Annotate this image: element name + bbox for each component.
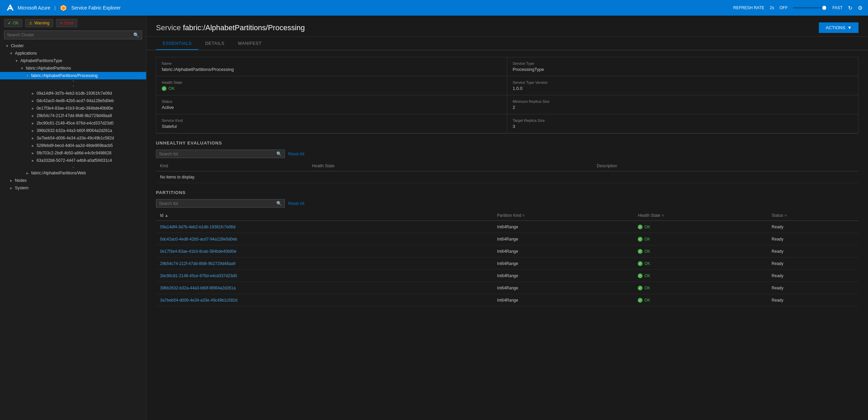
- refresh-rate-value: 2s: [770, 5, 774, 10]
- ok-icon: ✔: [8, 21, 11, 25]
- unhealthy-search-box: 🔍: [156, 150, 285, 158]
- health-ok-label: OK: [644, 249, 650, 254]
- partitions-reset-button[interactable]: Reset All: [288, 201, 304, 206]
- health-filter-icon: ▿: [662, 213, 664, 218]
- search-cluster-input[interactable]: [7, 33, 133, 37]
- partition-1-arrow-icon: ►: [31, 99, 35, 103]
- partition-id-link[interactable]: 29b54c74-212f-47dd-8fd6-9b2729d48aa9: [160, 261, 235, 266]
- partition-id-link[interactable]: 396b2632-b32a-44a3-b60f-8f064a2d261a: [160, 286, 236, 290]
- partition-id-link[interactable]: 09a14df4-3d7b-4eb2-b1db-19361fc7e06d: [160, 225, 235, 229]
- kind-filter-control[interactable]: Partition Kind ▿: [497, 213, 525, 218]
- tab-essentials[interactable]: ESSENTIALS: [156, 37, 198, 50]
- tab-manifest[interactable]: MANIFEST: [231, 37, 269, 50]
- partition-7-label: 528febd9-becd-4d04-aa2d-48de969bacb5: [37, 143, 113, 148]
- page-title: Service fabric:/AlphabetPartitions/Proce…: [156, 23, 305, 32]
- unhealthy-reset-button[interactable]: Reset All: [288, 152, 304, 156]
- settings-icon-btn[interactable]: ⚙: [858, 5, 863, 11]
- warning-filter-button[interactable]: ⚠ Warning: [25, 19, 53, 27]
- partition-kind-cell: Int64Range: [493, 294, 634, 306]
- health-ok-label: OK: [644, 298, 650, 303]
- partitions-search-input[interactable]: [159, 201, 276, 206]
- partition-id-link[interactable]: 2bc90c81-2148-45ce-976d-e4cd337d23d0: [160, 273, 237, 278]
- system-label: System: [15, 186, 28, 190]
- table-row: 0e17f3e4-83ae-41b3-8cab-384bde40b80e Int…: [156, 245, 859, 257]
- service-name: fabric:/AlphabetPartitions/Processing: [183, 23, 305, 32]
- partition-kind-cell: Int64Range: [493, 270, 634, 282]
- unhealthy-no-items: No items to display.: [156, 171, 859, 183]
- unhealthy-search-input[interactable]: [159, 152, 276, 156]
- sidebar-item-partition-5[interactable]: ► 396b2632-b32a-44a3-b60f-8f064a2d261a: [0, 127, 146, 134]
- tab-details[interactable]: DETAILS: [198, 37, 231, 50]
- service-kind-cell: Service Kind Stateful: [156, 114, 507, 133]
- sidebar-item-partition-4[interactable]: ► 2bc90c81-2148-45ce-976d-e4cd337d23d0: [0, 119, 146, 127]
- unhealthy-col-health: Health State: [308, 161, 593, 171]
- service-type-label: Service Type: [513, 61, 853, 65]
- partition-id-link[interactable]: 3a7beb54-d006-4e34-a33e-49c49b1c582d: [160, 298, 237, 303]
- nav-left: Microsoft Azure | Service Fabric Explore…: [5, 4, 121, 12]
- refresh-icon-btn[interactable]: ↻: [848, 5, 852, 11]
- sidebar-item-partition-3[interactable]: ► 29b54c74-212f-47dd-8fd6-9b2729d48aa9: [0, 112, 146, 119]
- refresh-slider[interactable]: [793, 7, 827, 8]
- table-row: 396b2632-b32a-44a3-b60f-8f064a2d261a Int…: [156, 282, 859, 294]
- sidebar-item-web[interactable]: ► fabric:/AlphabetPartitions/Web: [0, 169, 146, 177]
- nav-right: REFRESH RATE 2s OFF FAST ↻ ⚙: [733, 5, 863, 11]
- table-row: 3a7beb54-d006-4e34-a33e-49c49b1c582d Int…: [156, 294, 859, 306]
- search-cluster-icon: 🔍: [133, 32, 139, 38]
- refresh-rate-label: REFRESH RATE: [733, 5, 765, 10]
- sidebar-item-partition-9[interactable]: ► 63a332b8-5072-4447-a4b8-a0af5f4031c4: [0, 157, 146, 164]
- name-field-value: fabric:/AlphabetPartitions/Processing: [162, 67, 501, 72]
- partitions-table-header: Id ▲ Partition Kind ▿ Health State: [156, 210, 859, 221]
- service-prefix: Service: [156, 23, 181, 32]
- partition-8-label: 5fb703c2-2bdf-4b50-a86d-e4c9c9498628: [37, 151, 112, 155]
- expand-up2-control[interactable]: ⌃: [0, 84, 146, 90]
- sidebar-item-processing[interactable]: ▼ fabric:/AlphabetPartitions/Processing …: [0, 72, 146, 79]
- warning-icon: ⚠: [29, 21, 33, 25]
- sidebar-item-partition-1[interactable]: ► 0dc42ac0-4ed8-42b5-acd7-94a128e5d0eb: [0, 97, 146, 104]
- health-filter-control[interactable]: Health State ▿: [638, 213, 664, 218]
- ok-filter-button[interactable]: ✔ OK: [4, 19, 22, 27]
- sidebar-item-applications[interactable]: ▼ Applications: [0, 50, 146, 57]
- partition-2-label: 0e17f3e4-83ae-41b3-8cab-384bde40b80e: [37, 106, 113, 111]
- id-sort-control[interactable]: Id: [160, 213, 163, 218]
- health-ok-label: OK: [644, 261, 650, 266]
- essentials-grid: Name fabric:/AlphabetPartitions/Processi…: [156, 57, 859, 134]
- expand-up-control[interactable]: ⌃: [0, 79, 146, 84]
- partition-status-cell: Ready: [768, 270, 859, 282]
- processing-more-icon[interactable]: …: [138, 73, 142, 78]
- partition-1-label: 0dc42ac0-4ed8-42b5-acd7-94a128e5d0eb: [37, 98, 114, 103]
- sidebar-item-nodes[interactable]: ► Nodes: [0, 177, 146, 184]
- partition-status-cell: Ready: [768, 257, 859, 270]
- sidebar-item-partition-0[interactable]: ► 09a14df4-3d7b-4eb2-b1db-19361fc7e06d: [0, 90, 146, 97]
- unhealthy-evaluations-section: UNHEALTHY EVALUATIONS 🔍 Reset All Kind H…: [156, 140, 859, 183]
- sidebar-item-partition-6[interactable]: ► 3a7beb54-d006-4e34-a33e-49c49b1c582d: [0, 134, 146, 142]
- partitions-col-id[interactable]: Id ▲: [156, 210, 493, 221]
- unhealthy-title: UNHEALTHY EVALUATIONS: [156, 140, 859, 146]
- partition-id-link[interactable]: 0e17f3e4-83ae-41b3-8cab-384bde40b80e: [160, 249, 237, 254]
- expand-down-control[interactable]: ⌄: [0, 164, 146, 169]
- status-col-label: Status: [772, 213, 783, 218]
- sidebar-item-system[interactable]: ► System: [0, 184, 146, 192]
- sidebar-item-partition-7[interactable]: ► 528febd9-becd-4d04-aa2d-48de969bacb5: [0, 142, 146, 149]
- sidebar-item-alphabet-app[interactable]: ▼ fabric:/AlphabetPartitions: [0, 64, 146, 72]
- sidebar-item-cluster[interactable]: ▼ Cluster: [0, 42, 146, 50]
- sidebar-item-partition-2[interactable]: ► 0e17f3e4-83ae-41b3-8cab-384bde40b80e: [0, 104, 146, 112]
- alphabet-app-label: fabric:/AlphabetPartitions: [26, 66, 71, 71]
- id-sort-icon: ▲: [164, 213, 169, 218]
- actions-button[interactable]: ACTIONS ▼: [819, 22, 859, 33]
- health-ok-circle-icon: ✓: [638, 273, 643, 278]
- partition-kind-cell: Int64Range: [493, 282, 634, 294]
- error-filter-button[interactable]: ✕ Error: [56, 19, 78, 27]
- sidebar: ✔ OK ⚠ Warning ✕ Error 🔍 ▼ Cluster: [0, 16, 146, 420]
- partition-id-link[interactable]: 0dc42ac0-4ed8-42b5-acd7-94a128e5d0eb: [160, 237, 237, 242]
- unhealthy-table-header: Kind Health State Description: [156, 161, 859, 171]
- partitions-search-icon: 🔍: [276, 201, 282, 206]
- sidebar-item-alphabet-type[interactable]: ▼ AlphabetPartitionsType: [0, 57, 146, 64]
- health-ok-label: OK: [644, 237, 650, 242]
- status-filter-control[interactable]: Status ▿: [772, 213, 787, 218]
- expand-down-icon: ⌄: [72, 165, 75, 169]
- status-cell: Status Active: [156, 95, 507, 114]
- unhealthy-search-row: 🔍 Reset All: [156, 150, 859, 158]
- service-type-version-cell: Service Type Version 1.0.0: [507, 76, 858, 95]
- unhealthy-no-items-row: No items to display.: [156, 171, 859, 183]
- sidebar-item-partition-8[interactable]: ► 5fb703c2-2bdf-4b50-a86d-e4c9c9498628: [0, 149, 146, 157]
